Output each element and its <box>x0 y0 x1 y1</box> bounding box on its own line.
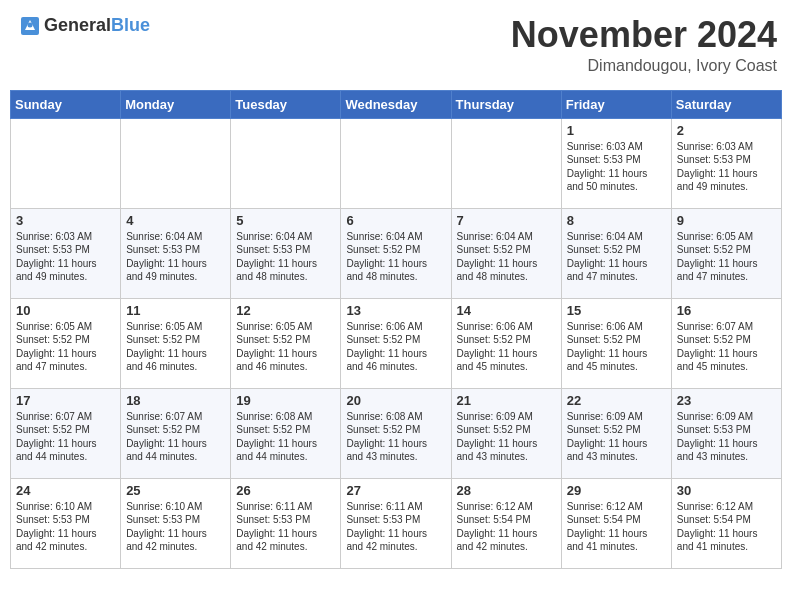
day-info: Sunrise: 6:05 AMSunset: 5:52 PMDaylight:… <box>16 320 115 374</box>
day-number: 30 <box>677 483 776 498</box>
day-number: 16 <box>677 303 776 318</box>
day-header-friday: Friday <box>561 90 671 118</box>
calendar-cell: 24Sunrise: 6:10 AMSunset: 5:53 PMDayligh… <box>11 478 121 568</box>
calendar-table: SundayMondayTuesdayWednesdayThursdayFrid… <box>10 90 782 569</box>
month-title: November 2024 <box>511 15 777 55</box>
day-info: Sunrise: 6:12 AMSunset: 5:54 PMDaylight:… <box>457 500 556 554</box>
calendar-cell: 18Sunrise: 6:07 AMSunset: 5:52 PMDayligh… <box>121 388 231 478</box>
calendar-cell: 3Sunrise: 6:03 AMSunset: 5:53 PMDaylight… <box>11 208 121 298</box>
calendar-cell: 8Sunrise: 6:04 AMSunset: 5:52 PMDaylight… <box>561 208 671 298</box>
day-number: 23 <box>677 393 776 408</box>
day-number: 21 <box>457 393 556 408</box>
calendar-cell: 16Sunrise: 6:07 AMSunset: 5:52 PMDayligh… <box>671 298 781 388</box>
calendar-cell: 22Sunrise: 6:09 AMSunset: 5:52 PMDayligh… <box>561 388 671 478</box>
calendar-cell: 29Sunrise: 6:12 AMSunset: 5:54 PMDayligh… <box>561 478 671 568</box>
day-info: Sunrise: 6:05 AMSunset: 5:52 PMDaylight:… <box>126 320 225 374</box>
day-info: Sunrise: 6:05 AMSunset: 5:52 PMDaylight:… <box>236 320 335 374</box>
day-info: Sunrise: 6:10 AMSunset: 5:53 PMDaylight:… <box>16 500 115 554</box>
day-number: 7 <box>457 213 556 228</box>
day-header-thursday: Thursday <box>451 90 561 118</box>
day-number: 20 <box>346 393 445 408</box>
day-number: 25 <box>126 483 225 498</box>
day-number: 8 <box>567 213 666 228</box>
calendar-cell: 20Sunrise: 6:08 AMSunset: 5:52 PMDayligh… <box>341 388 451 478</box>
calendar-cell: 14Sunrise: 6:06 AMSunset: 5:52 PMDayligh… <box>451 298 561 388</box>
calendar-cell: 13Sunrise: 6:06 AMSunset: 5:52 PMDayligh… <box>341 298 451 388</box>
day-info: Sunrise: 6:06 AMSunset: 5:52 PMDaylight:… <box>346 320 445 374</box>
day-number: 11 <box>126 303 225 318</box>
calendar-cell: 9Sunrise: 6:05 AMSunset: 5:52 PMDaylight… <box>671 208 781 298</box>
calendar-cell: 27Sunrise: 6:11 AMSunset: 5:53 PMDayligh… <box>341 478 451 568</box>
calendar-cell: 15Sunrise: 6:06 AMSunset: 5:52 PMDayligh… <box>561 298 671 388</box>
day-info: Sunrise: 6:07 AMSunset: 5:52 PMDaylight:… <box>126 410 225 464</box>
day-number: 10 <box>16 303 115 318</box>
day-header-saturday: Saturday <box>671 90 781 118</box>
logo: GeneralBlue <box>20 15 150 36</box>
header: GeneralBlue November 2024 Dimandougou, I… <box>10 10 782 80</box>
day-number: 6 <box>346 213 445 228</box>
day-number: 24 <box>16 483 115 498</box>
day-info: Sunrise: 6:08 AMSunset: 5:52 PMDaylight:… <box>236 410 335 464</box>
day-info: Sunrise: 6:10 AMSunset: 5:53 PMDaylight:… <box>126 500 225 554</box>
day-header-wednesday: Wednesday <box>341 90 451 118</box>
day-info: Sunrise: 6:04 AMSunset: 5:52 PMDaylight:… <box>567 230 666 284</box>
day-number: 12 <box>236 303 335 318</box>
day-number: 1 <box>567 123 666 138</box>
day-number: 2 <box>677 123 776 138</box>
day-number: 28 <box>457 483 556 498</box>
day-number: 19 <box>236 393 335 408</box>
day-number: 4 <box>126 213 225 228</box>
calendar-cell <box>451 118 561 208</box>
day-number: 26 <box>236 483 335 498</box>
calendar-cell: 28Sunrise: 6:12 AMSunset: 5:54 PMDayligh… <box>451 478 561 568</box>
calendar-cell: 26Sunrise: 6:11 AMSunset: 5:53 PMDayligh… <box>231 478 341 568</box>
calendar-cell: 12Sunrise: 6:05 AMSunset: 5:52 PMDayligh… <box>231 298 341 388</box>
day-header-sunday: Sunday <box>11 90 121 118</box>
day-info: Sunrise: 6:04 AMSunset: 5:53 PMDaylight:… <box>126 230 225 284</box>
day-info: Sunrise: 6:11 AMSunset: 5:53 PMDaylight:… <box>346 500 445 554</box>
day-info: Sunrise: 6:04 AMSunset: 5:52 PMDaylight:… <box>457 230 556 284</box>
day-info: Sunrise: 6:06 AMSunset: 5:52 PMDaylight:… <box>567 320 666 374</box>
calendar-cell: 4Sunrise: 6:04 AMSunset: 5:53 PMDaylight… <box>121 208 231 298</box>
day-info: Sunrise: 6:12 AMSunset: 5:54 PMDaylight:… <box>567 500 666 554</box>
calendar-cell: 21Sunrise: 6:09 AMSunset: 5:52 PMDayligh… <box>451 388 561 478</box>
logo-icon <box>20 16 40 36</box>
logo-text-blue: Blue <box>111 15 150 35</box>
calendar-cell: 25Sunrise: 6:10 AMSunset: 5:53 PMDayligh… <box>121 478 231 568</box>
calendar-cell: 2Sunrise: 6:03 AMSunset: 5:53 PMDaylight… <box>671 118 781 208</box>
day-number: 17 <box>16 393 115 408</box>
day-info: Sunrise: 6:09 AMSunset: 5:52 PMDaylight:… <box>567 410 666 464</box>
day-number: 29 <box>567 483 666 498</box>
day-header-tuesday: Tuesday <box>231 90 341 118</box>
calendar-cell: 19Sunrise: 6:08 AMSunset: 5:52 PMDayligh… <box>231 388 341 478</box>
day-number: 9 <box>677 213 776 228</box>
day-info: Sunrise: 6:08 AMSunset: 5:52 PMDaylight:… <box>346 410 445 464</box>
day-info: Sunrise: 6:12 AMSunset: 5:54 PMDaylight:… <box>677 500 776 554</box>
day-info: Sunrise: 6:09 AMSunset: 5:52 PMDaylight:… <box>457 410 556 464</box>
calendar-cell: 17Sunrise: 6:07 AMSunset: 5:52 PMDayligh… <box>11 388 121 478</box>
location-title: Dimandougou, Ivory Coast <box>511 57 777 75</box>
day-info: Sunrise: 6:07 AMSunset: 5:52 PMDaylight:… <box>16 410 115 464</box>
day-info: Sunrise: 6:03 AMSunset: 5:53 PMDaylight:… <box>677 140 776 194</box>
day-info: Sunrise: 6:03 AMSunset: 5:53 PMDaylight:… <box>16 230 115 284</box>
day-number: 5 <box>236 213 335 228</box>
day-number: 14 <box>457 303 556 318</box>
calendar-cell: 6Sunrise: 6:04 AMSunset: 5:52 PMDaylight… <box>341 208 451 298</box>
calendar-cell <box>231 118 341 208</box>
day-info: Sunrise: 6:07 AMSunset: 5:52 PMDaylight:… <box>677 320 776 374</box>
calendar-cell: 23Sunrise: 6:09 AMSunset: 5:53 PMDayligh… <box>671 388 781 478</box>
day-info: Sunrise: 6:11 AMSunset: 5:53 PMDaylight:… <box>236 500 335 554</box>
calendar-cell <box>341 118 451 208</box>
day-number: 3 <box>16 213 115 228</box>
day-info: Sunrise: 6:09 AMSunset: 5:53 PMDaylight:… <box>677 410 776 464</box>
day-number: 15 <box>567 303 666 318</box>
calendar-cell: 5Sunrise: 6:04 AMSunset: 5:53 PMDaylight… <box>231 208 341 298</box>
title-area: November 2024 Dimandougou, Ivory Coast <box>511 15 777 75</box>
calendar-cell <box>11 118 121 208</box>
svg-point-2 <box>28 22 33 27</box>
calendar-cell: 10Sunrise: 6:05 AMSunset: 5:52 PMDayligh… <box>11 298 121 388</box>
day-info: Sunrise: 6:05 AMSunset: 5:52 PMDaylight:… <box>677 230 776 284</box>
day-info: Sunrise: 6:06 AMSunset: 5:52 PMDaylight:… <box>457 320 556 374</box>
day-number: 27 <box>346 483 445 498</box>
day-info: Sunrise: 6:04 AMSunset: 5:52 PMDaylight:… <box>346 230 445 284</box>
